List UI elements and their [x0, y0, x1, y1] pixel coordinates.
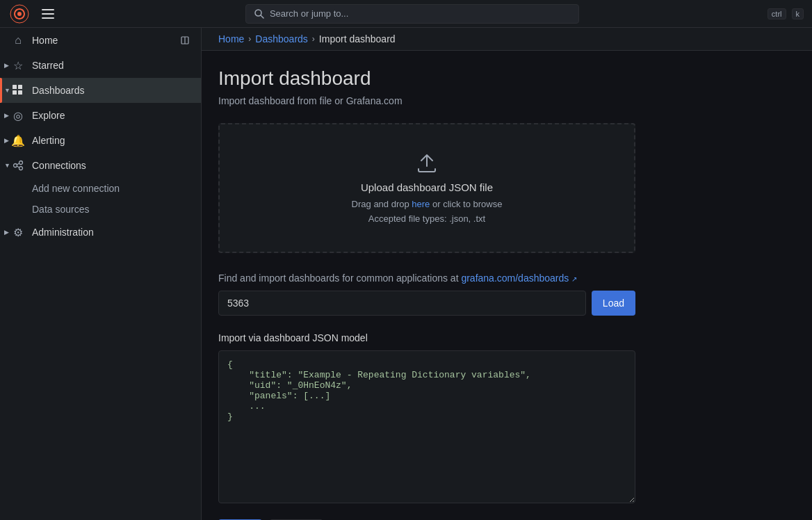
svg-line-13 [17, 163, 19, 165]
grafana-dashboards-link[interactable]: grafana.com/dashboards [461, 273, 569, 284]
search-placeholder: Search or jump to... [270, 8, 348, 19]
dashboards-icon [11, 83, 25, 97]
sidebar-label-connections: Connections [32, 160, 86, 171]
sidebar-label-explore: Explore [32, 110, 65, 121]
json-model-label: Import via dashboard JSON model [218, 332, 795, 343]
upload-title: Upload dashboard JSON file [234, 181, 620, 193]
upload-link[interactable]: here [412, 199, 430, 209]
grafana-logo [8, 3, 31, 25]
bell-icon: 🔔 [11, 133, 25, 147]
sidebar: ⌂ Home ▶ ☆ Starred ▼ Dashboards [0, 28, 202, 520]
find-label: Find and import dashboards for common ap… [218, 273, 795, 284]
upload-accepted: Accepted file types: .json, .txt [234, 213, 620, 224]
breadcrumb-sep-2: › [312, 34, 315, 44]
svg-line-14 [17, 166, 19, 168]
sidebar-item-home[interactable]: ⌂ Home [0, 28, 201, 53]
sidebar-item-administration[interactable]: ▶ ⚙ Administration [0, 220, 201, 245]
sidebar-sub-add-connection[interactable]: Add new connection [0, 178, 201, 199]
alerting-expand-icon: ▶ [4, 137, 9, 144]
home-icon: ⌂ [11, 33, 25, 47]
sidebar-item-alerting[interactable]: ▶ 🔔 Alerting [0, 128, 201, 153]
main-content: Home › Dashboards › Import dashboard Imp… [202, 28, 812, 520]
sidebar-item-dashboards[interactable]: ▼ Dashboards [0, 78, 201, 103]
page-subtitle: Import dashboard from file or Grafana.co… [218, 95, 795, 106]
load-button-find[interactable]: Load [592, 291, 635, 316]
breadcrumb-dashboards[interactable]: Dashboards [255, 33, 308, 44]
svg-rect-8 [13, 90, 17, 95]
dashboards-expand-icon: ▼ [4, 87, 10, 94]
breadcrumb-sep-1: › [248, 34, 251, 44]
svg-rect-6 [13, 85, 17, 89]
breadcrumb-current: Import dashboard [319, 33, 396, 44]
svg-line-3 [261, 15, 263, 18]
sidebar-label-home: Home [32, 35, 58, 46]
admin-expand-icon: ▶ [4, 229, 9, 236]
global-search[interactable]: Search or jump to... [245, 4, 579, 24]
upload-desc: Drag and drop here or click to browse [234, 199, 620, 209]
grafana-id-input[interactable] [218, 291, 586, 316]
upload-desc-part1: Drag and drop [352, 199, 412, 209]
search-icon [254, 9, 264, 19]
sidebar-label-starred: Starred [32, 60, 64, 71]
starred-expand-icon: ▶ [4, 62, 9, 69]
upload-desc-part2: or click to browse [430, 199, 502, 209]
sidebar-item-starred[interactable]: ▶ ☆ Starred [0, 53, 201, 78]
gear-icon: ⚙ [11, 225, 25, 239]
sidebar-label-admin: Administration [32, 227, 94, 238]
kbd-ctrl: ctrl [768, 8, 786, 19]
breadcrumb-home[interactable]: Home [218, 33, 244, 44]
svg-rect-9 [18, 90, 22, 95]
upload-zone[interactable]: Upload dashboard JSON file Drag and drop… [218, 123, 635, 253]
find-input-row: Load [218, 291, 635, 316]
nav-shortcuts: ctrl k [768, 8, 804, 19]
star-icon: ☆ [11, 58, 25, 72]
connections-expand-icon: ▼ [4, 162, 10, 169]
explore-expand-icon: ▶ [4, 112, 9, 119]
connections-icon [11, 159, 25, 172]
sidebar-label-dashboards: Dashboards [32, 85, 85, 96]
page-title: Import dashboard [218, 67, 795, 90]
svg-rect-7 [18, 85, 22, 89]
explore-icon: ◎ [11, 108, 25, 122]
upload-icon [416, 152, 438, 174]
top-nav: Search or jump to... ctrl k [0, 0, 812, 28]
svg-point-11 [19, 161, 23, 165]
svg-point-12 [19, 167, 23, 170]
svg-point-10 [14, 164, 17, 168]
menu-toggle-button[interactable] [39, 6, 57, 22]
kbd-k: k [792, 8, 804, 19]
sidebar-sub-data-sources[interactable]: Data sources [0, 199, 201, 220]
sidebar-item-connections[interactable]: ▼ Connections [0, 153, 201, 178]
sidebar-label-alerting: Alerting [32, 135, 65, 146]
json-textarea[interactable]: { "title": "Example - Repeating Dictiona… [218, 350, 635, 503]
external-link-icon: ↗ [571, 275, 577, 283]
breadcrumb: Home › Dashboards › Import dashboard [202, 28, 812, 51]
svg-point-1 [17, 12, 22, 16]
sidebar-item-explore[interactable]: ▶ ◎ Explore [0, 103, 201, 128]
dock-icon [180, 35, 190, 45]
